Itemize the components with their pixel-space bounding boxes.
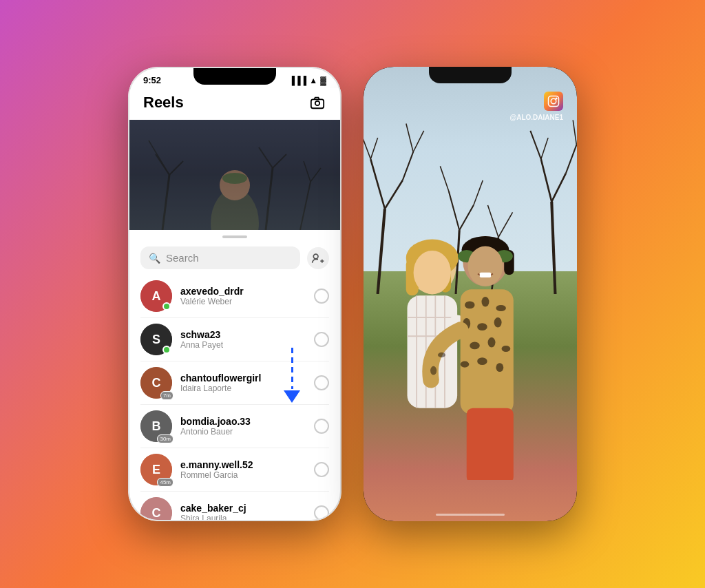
svg-text:B: B <box>152 419 161 433</box>
contact-info: axevedo_drdrValérie Weber <box>180 286 306 306</box>
time-badge: 30m <box>157 434 173 443</box>
svg-point-15 <box>222 173 247 184</box>
people-svg <box>364 230 557 480</box>
avatar-wrap: A <box>140 280 172 312</box>
wifi-icon: ▲ <box>309 76 317 85</box>
contact-list: Aaxevedo_drdrValérie WeberSschwa23Anna P… <box>129 275 340 521</box>
contact-radio[interactable] <box>314 375 329 390</box>
time-badge: 7m <box>160 391 173 400</box>
svg-rect-97 <box>549 96 559 107</box>
notch <box>193 68 276 85</box>
reels-title: Reels <box>143 94 184 112</box>
avatar-wrap: E45m <box>140 454 172 485</box>
contact-realname: Valérie Weber <box>180 297 306 306</box>
contact-item[interactable]: Ccake_baker_cjShira Laurila <box>129 492 340 521</box>
contact-username: bomdia.joao.33 <box>180 416 306 427</box>
download-arrow-indicator <box>284 348 300 403</box>
reels-header: Reels <box>129 88 340 120</box>
svg-point-94 <box>438 353 445 357</box>
svg-point-91 <box>461 361 470 368</box>
time-badge: 45m <box>157 478 173 487</box>
search-input[interactable]: Search <box>166 252 292 264</box>
signal-icon: ▐▐▐ <box>289 76 307 85</box>
instagram-logo-icon <box>544 92 563 111</box>
contact-realname: Shira Laurila <box>180 514 306 521</box>
svg-point-82 <box>465 301 475 308</box>
avatar-wrap: C7m <box>140 367 172 399</box>
home-indicator-right <box>436 514 505 516</box>
contact-item[interactable]: Sschwa23Anna Payet <box>129 318 340 361</box>
svg-point-87 <box>494 317 502 328</box>
video-preview <box>129 120 340 230</box>
contact-radio[interactable] <box>314 288 329 304</box>
online-indicator <box>162 346 171 354</box>
left-phone: 9:52 ▐▐▐ ▲ ▓ Reels <box>128 67 341 521</box>
contact-info: schwa23Anna Payet <box>180 329 306 350</box>
avatar: C <box>140 497 172 521</box>
contact-realname: Antonio Bauer <box>180 427 306 437</box>
contact-radio[interactable] <box>314 505 329 521</box>
svg-text:A: A <box>152 289 161 303</box>
sheet-handle <box>222 235 247 238</box>
svg-point-89 <box>488 337 496 348</box>
svg-text:C: C <box>152 376 161 390</box>
svg-text:E: E <box>152 463 160 476</box>
svg-point-1 <box>315 101 319 105</box>
contact-username: cake_baker_cj <box>180 503 306 514</box>
online-indicator <box>162 302 171 311</box>
svg-point-93 <box>496 363 503 372</box>
contact-info: e.manny.well.52Rommel Garcia <box>180 459 306 480</box>
svg-point-83 <box>482 297 490 307</box>
status-bar-right: 9:52 <box>364 67 577 87</box>
svg-point-92 <box>477 357 487 365</box>
svg-point-84 <box>496 305 506 311</box>
search-bar-container: 🔍 Search <box>129 244 340 275</box>
contact-item[interactable]: Aaxevedo_drdrValérie Weber <box>129 275 340 317</box>
contact-username: e.manny.well.52 <box>180 459 306 470</box>
search-bar[interactable]: 🔍 Search <box>140 246 300 269</box>
contact-info: cake_baker_cjShira Laurila <box>180 503 306 521</box>
contact-radio[interactable] <box>314 462 329 477</box>
svg-point-79 <box>468 246 503 286</box>
ig-username: @ALO.DAIANE1 <box>509 114 563 121</box>
svg-point-90 <box>502 346 511 352</box>
svg-rect-96 <box>467 408 514 480</box>
svg-point-66 <box>414 251 451 295</box>
contact-item[interactable]: E45me.manny.well.52Rommel Garcia <box>129 448 340 491</box>
status-time: 9:52 <box>143 75 161 85</box>
avatar-wrap: S <box>140 324 172 355</box>
contact-realname: Rommel Garcia <box>180 470 306 480</box>
avatar-wrap: B30m <box>140 410 172 442</box>
battery-icon: ▓ <box>320 76 326 85</box>
svg-point-86 <box>477 323 487 330</box>
status-icons: ▐▐▐ ▲ ▓ <box>289 76 326 85</box>
contact-item[interactable]: B30mbomdia.joao.33Antonio Bauer <box>129 405 340 448</box>
svg-point-98 <box>551 98 556 104</box>
svg-point-88 <box>470 342 480 349</box>
contact-item[interactable]: C7mchantouflowergirlIdaira Laporte <box>129 361 340 404</box>
svg-point-99 <box>556 98 557 99</box>
contact-username: schwa23 <box>180 329 306 340</box>
search-magnifier-icon: 🔍 <box>149 253 160 264</box>
contact-radio[interactable] <box>314 419 329 434</box>
svg-point-16 <box>313 254 318 259</box>
svg-rect-80 <box>480 273 491 277</box>
svg-text:S: S <box>152 333 160 346</box>
avatar-wrap: C <box>140 497 172 521</box>
app-background: 9:52 ▐▐▐ ▲ ▓ Reels <box>0 0 705 588</box>
svg-point-95 <box>430 366 436 375</box>
contact-radio[interactable] <box>314 332 329 347</box>
ig-overlay: @ALO.DAIANE1 <box>509 92 563 121</box>
camera-icon[interactable] <box>308 94 326 112</box>
right-phone: @ALO.DAIANE1 9:52 <box>364 67 577 521</box>
new-group-button[interactable] <box>307 247 329 269</box>
contact-username: axevedo_drdr <box>180 286 306 297</box>
svg-text:C: C <box>152 506 161 520</box>
contact-info: bomdia.joao.33Antonio Bauer <box>180 416 306 437</box>
